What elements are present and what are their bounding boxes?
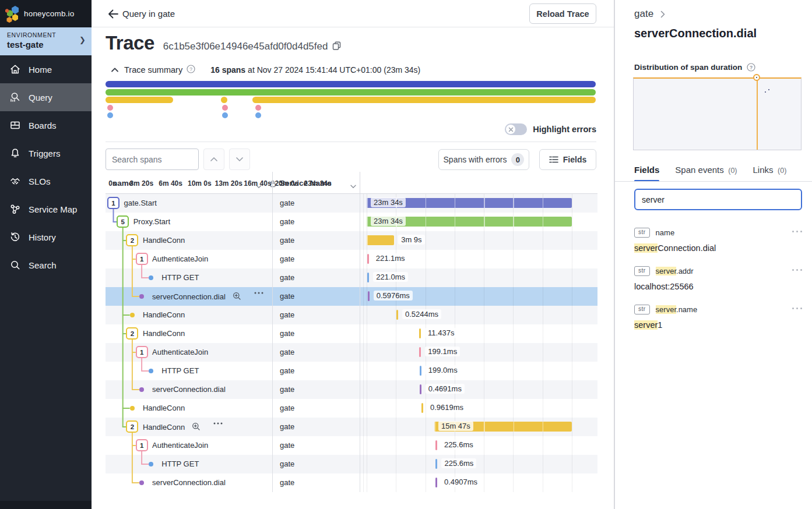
span-name: AuthenticateJoin bbox=[152, 348, 208, 356]
sidebar-item-home[interactable]: Home bbox=[0, 55, 92, 83]
minimap-span-dot bbox=[107, 112, 113, 118]
table-row[interactable]: serverConnection.dialgate0.5976ms bbox=[106, 287, 597, 306]
duration-distribution-chart[interactable] bbox=[633, 77, 802, 150]
sidebar-item-history[interactable]: History bbox=[0, 223, 92, 251]
duration-bar bbox=[420, 366, 421, 376]
more-options-icon[interactable] bbox=[254, 292, 263, 294]
timeline-tick: 20m 0s bbox=[275, 179, 298, 188]
zoom-in-icon[interactable] bbox=[192, 422, 201, 431]
table-row[interactable]: serverConnection.dialgate0.4907ms bbox=[106, 473, 597, 492]
table-row[interactable]: 1gate.Startgate23m 34s bbox=[106, 194, 597, 213]
duration-label: 11.437s bbox=[425, 328, 457, 338]
table-row[interactable]: HandleConngate0.5244ms bbox=[106, 306, 597, 324]
column-divider bbox=[272, 268, 273, 287]
field-menu-icon[interactable] bbox=[792, 307, 802, 309]
sidebar-item-triggers[interactable]: Triggers bbox=[0, 139, 92, 167]
duration-label: 225.6ms bbox=[441, 440, 476, 450]
table-row[interactable]: 1AuthenticateJoingate221.1ms bbox=[106, 250, 597, 268]
service-name-cell: gate bbox=[280, 254, 294, 263]
sort-chevron-icon[interactable] bbox=[350, 182, 356, 190]
minimap-row bbox=[106, 105, 596, 111]
help-icon[interactable]: ? bbox=[747, 63, 755, 72]
sidebar-item-service-map[interactable]: Service Map bbox=[0, 195, 92, 223]
span-name: HTTP GET bbox=[161, 273, 199, 282]
trace-minimap[interactable] bbox=[106, 80, 596, 119]
duration-label: 0.4907ms bbox=[441, 477, 480, 487]
highlight-errors-toggle[interactable] bbox=[505, 123, 527, 135]
service-name-cell: gate bbox=[280, 199, 294, 207]
breadcrumb-service[interactable]: gate bbox=[634, 8, 653, 20]
timeline-tick: 0s bbox=[108, 179, 116, 188]
table-row[interactable]: 2HandleConngate15m 47s bbox=[106, 418, 597, 436]
help-icon[interactable]: ? bbox=[187, 65, 195, 75]
duration-label: 0.9619ms bbox=[427, 402, 466, 412]
reload-trace-button[interactable]: Reload Trace bbox=[529, 3, 596, 24]
field-type-badge: str bbox=[634, 228, 650, 238]
field-type-badge: str bbox=[634, 266, 650, 276]
table-row[interactable]: HTTP GETgate225.6ms bbox=[106, 455, 597, 473]
prev-match-button[interactable] bbox=[203, 149, 224, 170]
service-name-cell: gate bbox=[280, 404, 294, 412]
duration-label: 0.4691ms bbox=[426, 384, 465, 394]
duration-label: 221.1ms bbox=[373, 253, 408, 263]
home-icon bbox=[9, 63, 21, 75]
table-row[interactable]: HTTP GETgate221.0ms bbox=[106, 268, 597, 287]
span-name: HTTP GET bbox=[161, 366, 199, 375]
sidebar-item-slos[interactable]: SLOs bbox=[0, 167, 92, 195]
column-divider bbox=[272, 231, 273, 250]
bell-icon bbox=[9, 147, 21, 159]
spans-with-errors-button[interactable]: Spans with errors 0 bbox=[438, 149, 529, 170]
field-search-input[interactable] bbox=[634, 189, 802, 210]
fields-button[interactable]: Fields bbox=[539, 149, 596, 170]
timeline-cell: 225.6ms bbox=[360, 455, 597, 473]
column-divider bbox=[360, 172, 360, 194]
tabs-border bbox=[615, 181, 812, 182]
tab-fields[interactable]: Fields bbox=[634, 165, 659, 182]
sidebar-item-boards[interactable]: Boards bbox=[0, 111, 92, 139]
field-menu-icon[interactable] bbox=[792, 231, 802, 232]
timeline-tick: 6m 40s bbox=[159, 179, 182, 188]
topbar: Query in gate Reload Trace bbox=[92, 0, 614, 27]
timeline-cell: 0.4907ms bbox=[360, 473, 597, 492]
honeycomb-logo[interactable]: honeycomb.io bbox=[0, 0, 92, 27]
timeline-cell: 221.0ms bbox=[360, 268, 597, 287]
trace-summary-label[interactable]: Trace summary bbox=[124, 65, 182, 75]
environment-switcher[interactable]: ENVIRONMENT test-gate ❯ bbox=[0, 27, 92, 55]
table-row[interactable]: 1AuthenticateJoingate199.1ms bbox=[106, 343, 597, 362]
column-divider bbox=[272, 418, 273, 436]
sidebar: honeycomb.io ENVIRONMENT test-gate ❯ Hom… bbox=[0, 0, 92, 509]
next-match-button[interactable] bbox=[229, 149, 250, 170]
table-row[interactable]: 2HandleConngate11.437s bbox=[106, 324, 597, 343]
column-divider bbox=[272, 455, 273, 473]
span-count-badge: 2 bbox=[126, 327, 138, 340]
breadcrumb: gate bbox=[634, 8, 665, 20]
span-name: serverConnection.dial bbox=[152, 292, 263, 301]
trace-timestamp: at Nov 27 2024 15:41:44 UTC+01:00 (23m 3… bbox=[248, 65, 420, 75]
column-divider bbox=[272, 399, 273, 418]
boards-icon bbox=[9, 119, 21, 131]
table-row[interactable]: HandleConngate0.9619ms bbox=[106, 399, 597, 418]
zoom-in-icon[interactable] bbox=[233, 292, 241, 301]
copy-icon[interactable] bbox=[332, 41, 341, 52]
table-row[interactable]: 2HandleConngate3m 9s bbox=[106, 231, 597, 250]
back-arrow-icon[interactable] bbox=[107, 8, 119, 20]
table-row[interactable]: serverConnection.dialgate0.4691ms bbox=[106, 380, 597, 399]
table-row[interactable]: 5Proxy.Startgate23m 34s bbox=[106, 213, 597, 231]
span-count: 16 spans bbox=[210, 65, 245, 75]
tab-count: (0) bbox=[726, 167, 737, 175]
collapse-caret-icon[interactable] bbox=[111, 67, 119, 73]
more-options-icon[interactable] bbox=[213, 422, 223, 425]
table-row[interactable]: 1AuthenticateJoingate225.6ms bbox=[106, 436, 597, 455]
sidebar-item-query[interactable]: Query bbox=[0, 83, 92, 111]
table-row[interactable]: HTTP GETgate199.0ms bbox=[106, 362, 597, 380]
distribution-data-point bbox=[768, 89, 769, 90]
timeline-cell: 15m 47s bbox=[360, 418, 597, 436]
field-menu-icon[interactable] bbox=[792, 269, 802, 271]
tab-span-events[interactable]: Span events (0) bbox=[675, 165, 737, 182]
search-spans-input[interactable] bbox=[106, 149, 199, 170]
duration-bar bbox=[367, 273, 369, 282]
sidebar-item-search[interactable]: Search bbox=[0, 251, 92, 279]
timeline-tick: 23m 34s bbox=[304, 179, 331, 188]
chevron-right-icon: ❯ bbox=[79, 36, 86, 44]
tab-links[interactable]: Links (0) bbox=[753, 165, 787, 182]
